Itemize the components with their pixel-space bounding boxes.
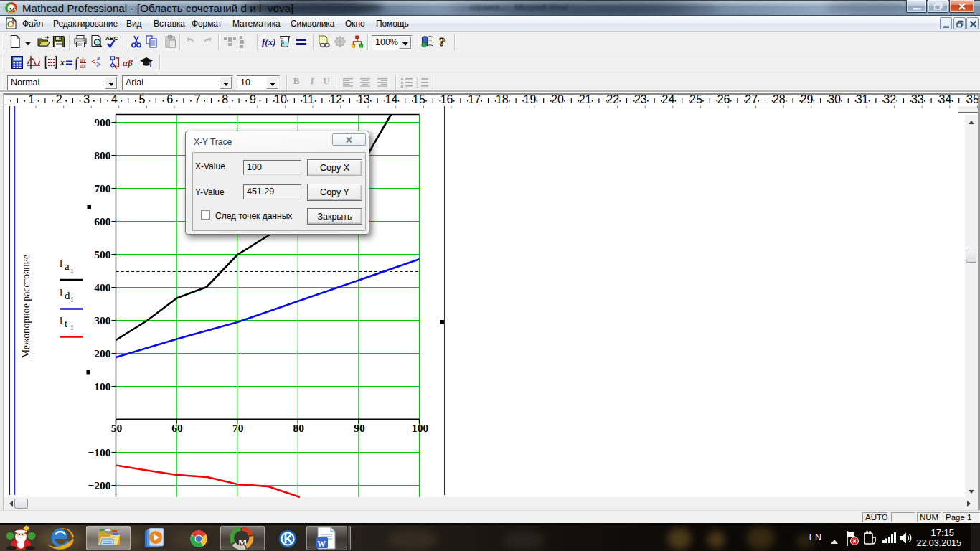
svg-text:200: 200 [94, 347, 111, 359]
svg-text:−200: −200 [88, 479, 110, 491]
svg-text:900: 900 [94, 116, 111, 128]
svg-text:70: 70 [232, 422, 244, 434]
svg-text:d: d [65, 290, 70, 301]
svg-text:700: 700 [94, 182, 111, 194]
svg-text:−100: −100 [88, 446, 110, 458]
svg-text:90: 90 [354, 422, 365, 434]
svg-text:60: 60 [171, 422, 183, 434]
svg-text:l: l [60, 287, 62, 298]
svg-text:i: i [71, 295, 73, 303]
svg-text:300: 300 [94, 314, 111, 326]
svg-text:80: 80 [293, 422, 305, 434]
svg-text:i: i [71, 265, 73, 274]
svg-text:t: t [65, 318, 68, 329]
svg-text:100: 100 [412, 422, 429, 434]
svg-text:100: 100 [94, 380, 111, 392]
svg-text:600: 600 [94, 215, 111, 227]
svg-text:500: 500 [94, 248, 111, 260]
svg-text:50: 50 [111, 422, 123, 434]
svg-text:l: l [60, 258, 62, 269]
svg-text:800: 800 [94, 149, 111, 161]
svg-text:i: i [71, 323, 73, 331]
svg-text:400: 400 [94, 281, 111, 293]
svg-text:l: l [60, 315, 62, 326]
svg-text:a: a [65, 260, 70, 272]
svg-text:Межопорное расстояние: Межопорное расстояние [21, 255, 32, 359]
